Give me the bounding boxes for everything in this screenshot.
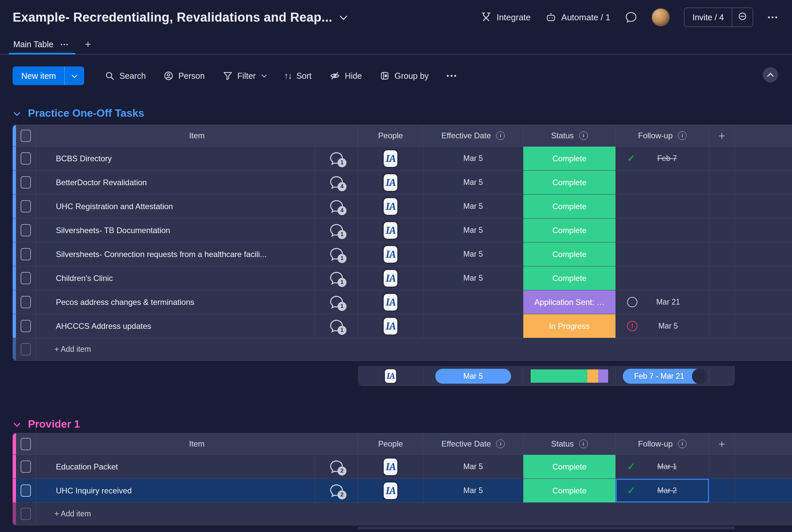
follow-up-cell-focused[interactable]: ✓Mar 2 bbox=[616, 479, 709, 502]
filter-dropdown-icon[interactable] bbox=[262, 72, 267, 77]
follow-up-cell[interactable]: !Mar 5 bbox=[616, 314, 709, 338]
summary-date-range[interactable]: Mar 5 bbox=[423, 366, 523, 386]
row-checkbox[interactable] bbox=[21, 320, 31, 332]
collapse-header-button[interactable] bbox=[763, 67, 778, 82]
follow-up-cell[interactable] bbox=[616, 266, 709, 290]
status-cell[interactable]: Complete bbox=[523, 194, 616, 218]
updates-button[interactable]: 4 bbox=[315, 194, 358, 218]
row-checkbox[interactable] bbox=[21, 200, 31, 212]
add-view-button[interactable]: + bbox=[85, 38, 91, 51]
invite-button[interactable]: Invite / 4 bbox=[684, 8, 732, 26]
table-row[interactable]: UHC Registration and Attestation 4 LA Ma… bbox=[13, 194, 792, 218]
column-header-item[interactable]: Item bbox=[36, 125, 358, 146]
row-checkbox[interactable] bbox=[21, 176, 31, 189]
column-header-effective-date[interactable]: Effective Datei bbox=[423, 433, 523, 455]
updates-button[interactable]: 1 bbox=[315, 218, 358, 242]
table-row-selected[interactable]: UHC Inquiry received 2 LA Mar 5 Complete… bbox=[13, 479, 792, 503]
updates-button[interactable]: 1 bbox=[315, 314, 358, 338]
column-header-follow-up[interactable]: Follow-upi bbox=[616, 125, 709, 146]
user-avatar[interactable] bbox=[652, 8, 669, 26]
copy-link-button[interactable] bbox=[732, 8, 753, 26]
people-cell[interactable]: LA bbox=[358, 147, 423, 170]
table-row[interactable]: Silversheets- Connection requests from a… bbox=[13, 242, 792, 266]
status-cell[interactable]: Complete bbox=[523, 171, 616, 194]
integrate-button[interactable]: Integrate bbox=[480, 12, 531, 23]
updates-button[interactable]: 2 bbox=[315, 479, 358, 502]
add-column-button[interactable]: + bbox=[709, 125, 735, 146]
follow-up-cell[interactable] bbox=[616, 242, 709, 266]
item-cell[interactable]: BetterDoctor Revalidation bbox=[36, 171, 315, 194]
column-header-follow-up[interactable]: Follow-upi bbox=[616, 433, 709, 455]
effective-date-cell[interactable]: Mar 5 bbox=[423, 171, 523, 194]
row-checkbox[interactable] bbox=[21, 248, 31, 260]
follow-up-cell[interactable]: ✓Feb 7 bbox=[616, 147, 709, 170]
follow-up-cell[interactable] bbox=[616, 218, 709, 242]
column-header-status[interactable]: Statusi bbox=[523, 433, 616, 455]
new-item-button[interactable]: New item bbox=[13, 66, 64, 85]
effective-date-cell[interactable]: Mar 5 bbox=[423, 147, 523, 170]
item-name[interactable]: BCBS Directory bbox=[56, 154, 112, 163]
item-cell[interactable]: Silversheets- Connection requests from a… bbox=[36, 242, 315, 266]
toolbar-more-button[interactable]: ••• bbox=[439, 66, 465, 85]
sort-button[interactable]: ↑↓ Sort bbox=[277, 66, 319, 85]
table-row[interactable]: Education Packet 2 LA Mar 5 Complete ✓Ma… bbox=[13, 455, 792, 479]
item-cell[interactable]: Pecos address changes & terminations bbox=[36, 290, 315, 314]
summary-status-distribution[interactable] bbox=[523, 366, 616, 386]
item-name[interactable]: Pecos address changes & terminations bbox=[56, 298, 194, 307]
row-checkbox[interactable] bbox=[21, 224, 31, 236]
tab-main-table[interactable]: Main Table ••• bbox=[13, 35, 76, 54]
table-row[interactable]: BetterDoctor Revalidation 4 LA Mar 5 Com… bbox=[13, 171, 792, 194]
board-title[interactable]: Example- Recredentialing, Revalidations … bbox=[13, 10, 332, 25]
updates-button[interactable]: 1 bbox=[315, 266, 358, 290]
table-row[interactable]: Silversheets- TB Documentation 1 LA Mar … bbox=[13, 218, 792, 242]
add-item-button[interactable]: + Add item bbox=[36, 503, 792, 525]
effective-date-cell[interactable]: Mar 5 bbox=[423, 242, 523, 266]
item-name[interactable]: UHC Inquiry received bbox=[56, 486, 132, 495]
info-icon[interactable]: i bbox=[496, 440, 505, 448]
table-row[interactable]: BCBS Directory 1 LA Mar 5 Complete ✓Feb … bbox=[13, 147, 792, 171]
column-header-effective-date[interactable]: Effective Datei bbox=[423, 125, 523, 146]
info-icon[interactable]: i bbox=[496, 131, 505, 140]
follow-up-cell[interactable] bbox=[616, 171, 709, 194]
item-cell[interactable]: BCBS Directory bbox=[36, 147, 315, 170]
collapse-group-icon[interactable] bbox=[14, 420, 20, 427]
item-cell[interactable]: UHC Inquiry received bbox=[36, 479, 315, 502]
table-row[interactable]: AHCCCS Address updates 1 LA In Progress … bbox=[13, 314, 792, 338]
column-header-item[interactable]: Item bbox=[36, 433, 358, 455]
row-checkbox[interactable] bbox=[21, 460, 31, 473]
people-cell[interactable]: LA bbox=[358, 314, 423, 338]
table-row[interactable]: Pecos address changes & terminations 1 L… bbox=[13, 290, 792, 314]
item-cell[interactable]: Silversheets- TB Documentation bbox=[36, 218, 315, 242]
group-header[interactable]: Practice One-Off Tasks bbox=[0, 107, 792, 119]
status-cell[interactable]: Complete bbox=[523, 266, 616, 290]
select-all-checkbox[interactable] bbox=[21, 438, 31, 450]
column-header-people[interactable]: People bbox=[358, 125, 423, 146]
updates-feed-button[interactable] bbox=[625, 11, 637, 24]
status-cell[interactable]: Complete bbox=[523, 455, 616, 478]
people-cell[interactable]: LA bbox=[358, 266, 423, 290]
effective-date-cell[interactable]: Mar 5 bbox=[423, 194, 523, 218]
updates-button[interactable]: 1 bbox=[315, 147, 358, 170]
search-button[interactable]: Search bbox=[97, 66, 153, 85]
item-name[interactable]: Children's Clinic bbox=[56, 274, 113, 283]
column-header-status[interactable]: Statusi bbox=[523, 125, 616, 146]
table-row[interactable]: Children's Clinic 1 LA Mar 5 Complete bbox=[13, 266, 792, 290]
item-name[interactable]: Silversheets- TB Documentation bbox=[56, 226, 170, 235]
hide-button[interactable]: Hide bbox=[322, 66, 369, 85]
group-by-button[interactable]: Group by bbox=[372, 66, 436, 85]
updates-button[interactable]: 1 bbox=[315, 290, 358, 314]
add-item-button[interactable]: + Add item bbox=[36, 338, 792, 360]
item-name[interactable]: UHC Registration and Attestation bbox=[56, 202, 173, 211]
follow-up-cell[interactable]: Mar 21 bbox=[616, 290, 709, 314]
chevron-down-icon[interactable] bbox=[340, 13, 347, 20]
people-cell[interactable]: LA bbox=[358, 455, 423, 478]
status-cell[interactable]: Application Sent: … bbox=[523, 290, 616, 314]
new-item-dropdown[interactable] bbox=[64, 66, 84, 85]
info-icon[interactable]: i bbox=[579, 131, 588, 140]
automate-button[interactable]: Automate / 1 bbox=[545, 12, 610, 23]
filter-button[interactable]: Filter bbox=[215, 66, 274, 85]
group-title[interactable]: Practice One-Off Tasks bbox=[28, 107, 144, 119]
row-checkbox[interactable] bbox=[21, 152, 31, 165]
effective-date-cell[interactable] bbox=[423, 290, 523, 314]
row-checkbox[interactable] bbox=[21, 484, 31, 497]
